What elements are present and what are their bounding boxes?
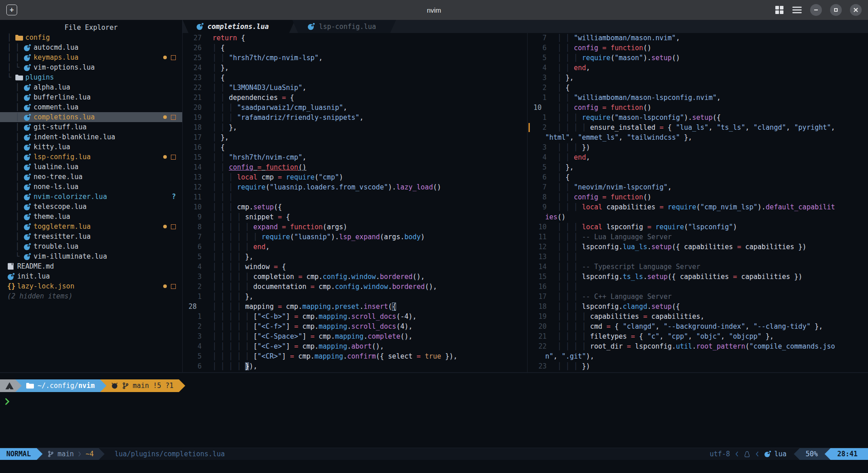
tree-item-readme-md[interactable]: README.md bbox=[0, 261, 182, 271]
tab-lsp-config-lua[interactable]: lsp-config.lua bbox=[292, 20, 396, 33]
tree-item-comment-lua[interactable]: │ comment.lua bbox=[0, 102, 182, 112]
code-line[interactable]: 5│ │ │ │ │ ["<CR>"] = cmp.mapping.confir… bbox=[183, 351, 527, 361]
prompt-cursor-line[interactable] bbox=[5, 397, 868, 407]
code-line[interactable]: "html", "emmet_ls", "tailwindcss" }, bbox=[528, 132, 868, 142]
code-line[interactable]: 1│ │ │ │ }, bbox=[183, 292, 527, 302]
code-line[interactable]: 13│ │ │ local cmp = require("cmp") bbox=[183, 172, 527, 182]
code-line[interactable]: 9│ │ │ local capabilities = require("cmp… bbox=[528, 202, 868, 212]
code-line[interactable]: ies() bbox=[528, 212, 868, 222]
code-line[interactable]: 22│ │ │ │ root_dir = lspconfig.util.root… bbox=[528, 341, 868, 351]
code-line[interactable]: 26│ { bbox=[183, 43, 527, 53]
editor-area[interactable]: 27return {26│ {25│ │ "hrsh7th/cmp-nvim-l… bbox=[183, 33, 868, 372]
code-line[interactable]: 2│ │ │ │ │ documentation = cmp.config.wi… bbox=[183, 282, 527, 292]
tree-item-plugins[interactable]: └ plugins bbox=[0, 72, 182, 82]
terminal-panel[interactable]: ~/.config/nvim main !5 ?1 bbox=[0, 372, 868, 448]
code-line[interactable]: 7│ │ "williamboman/mason.nvim", bbox=[528, 33, 868, 43]
code-line[interactable]: 10│ │ │ cmp.setup({ bbox=[183, 202, 527, 212]
code-line[interactable]: 17│ │ │ -- C++ Language Server bbox=[528, 292, 868, 302]
code-line[interactable]: 19│ │ │ │ capabilities = capabilities, bbox=[528, 312, 868, 322]
code-line[interactable]: 5│ }, bbox=[528, 162, 868, 172]
code-line[interactable]: 6│ { bbox=[528, 172, 868, 182]
code-line[interactable]: 28│ │ │ │ mapping = cmp.mapping.preset.i… bbox=[183, 302, 527, 312]
tree-item-lualine-lua[interactable]: │ lualine.lua bbox=[0, 162, 182, 172]
workspaces-grid-icon[interactable] bbox=[775, 5, 784, 14]
tree-item-indent-blankline-lua[interactable]: │ indent-blankline.lua bbox=[0, 132, 182, 142]
tree-item-theme-lua[interactable]: │ theme.lua bbox=[0, 212, 182, 222]
code-line[interactable]: 8│ │ │ │ │ expand = function(args) bbox=[183, 222, 527, 232]
code-line[interactable]: 1│ │ │ require("mason-lspconfig").setup(… bbox=[528, 113, 868, 123]
code-line[interactable]: 14│ │ │ -- Typescript Language Server bbox=[528, 262, 868, 272]
code-line[interactable]: 20│ │ │ "saadparwaiz1/cmp_luasnip", bbox=[183, 103, 527, 113]
code-line[interactable]: 10│ │ config = function() bbox=[528, 103, 868, 113]
code-line[interactable]: 1│ │ │ │ │ ["<C-b>"] = cmp.mapping.scrol… bbox=[183, 312, 527, 322]
code-line[interactable]: 3│ }, bbox=[528, 73, 868, 83]
tree-item-vim-illuminate-lua[interactable]: └ vim-illuminate.lua bbox=[0, 251, 182, 261]
code-line[interactable]: 11│ │ │ bbox=[183, 192, 527, 202]
code-line[interactable]: 24│ }, bbox=[183, 63, 527, 73]
code-line[interactable]: 25│ │ "hrsh7th/cmp-nvim-lsp", bbox=[183, 53, 527, 63]
tree-item-trouble-lua[interactable]: │ trouble.lua bbox=[0, 241, 182, 251]
tree-item-none-ls-lua[interactable]: │ none-ls.lua bbox=[0, 182, 182, 192]
code-line[interactable]: 16│ { bbox=[183, 142, 527, 152]
tree-item-alpha-lua[interactable]: │ alpha.lua bbox=[0, 82, 182, 92]
code-line[interactable]: 6│ │ │ │ }), bbox=[183, 361, 527, 371]
code-line[interactable]: 2│ { bbox=[528, 83, 868, 93]
tree-item-lazy-lock-json[interactable]: {}lazy-lock.json bbox=[0, 281, 182, 291]
code-line[interactable]: 4│ │ │ │ window = { bbox=[183, 262, 527, 272]
code-line[interactable]: 18│ │ │ lspconfig.clangd.setup({ bbox=[528, 302, 868, 312]
tree-item-vim-options-lua[interactable]: │ └ vim-options.lua bbox=[0, 62, 182, 72]
code-line[interactable]: 3│ │ │ │ │ completion = cmp.config.windo… bbox=[183, 272, 527, 282]
code-line[interactable]: n", ".git"), bbox=[528, 351, 868, 361]
code-line[interactable]: 4│ │ │ │ │ ["<C-e>"] = cmp.mapping.abort… bbox=[183, 341, 527, 351]
tree-item-telescope-lua[interactable]: │ telescope.lua bbox=[0, 202, 182, 212]
tree-item-lsp-config-lua[interactable]: │ lsp-config.lua bbox=[0, 152, 182, 162]
code-line[interactable]: 5│ │ │ │ }, bbox=[183, 252, 527, 262]
code-line[interactable]: 4│ │ end, bbox=[528, 152, 868, 162]
code-line[interactable]: 18│ │ }, bbox=[183, 123, 527, 132]
code-line[interactable]: 27return { bbox=[183, 33, 527, 43]
code-line[interactable]: 23│ { bbox=[183, 73, 527, 83]
code-line[interactable]: 4│ │ end, bbox=[528, 63, 868, 73]
code-line[interactable]: 9│ │ │ │ snippet = { bbox=[183, 212, 527, 222]
code-line[interactable]: 8│ │ config = function() bbox=[528, 192, 868, 202]
tree-item-kitty-lua[interactable]: │ kitty.lua bbox=[0, 142, 182, 152]
code-line[interactable]: 1│ │ "williamboman/mason-lspconfig.nvim"… bbox=[528, 93, 868, 103]
code-line[interactable]: 15│ │ │ lspconfig.ts_ls.setup({ capabili… bbox=[528, 272, 868, 282]
editor-pane-lsp-config[interactable]: 7│ │ "williamboman/mason.nvim",6│ │ conf… bbox=[527, 33, 868, 372]
code-line[interactable]: 16│ │ │ bbox=[528, 282, 868, 292]
tree-item-init-lua[interactable]: init.lua bbox=[0, 271, 182, 281]
code-line[interactable]: 20│ │ │ │ cmd = { "clangd", "--backgroun… bbox=[528, 322, 868, 331]
minimize-button[interactable] bbox=[810, 4, 822, 16]
code-line[interactable]: 2│ │ │ │ │ ["<C-f>"] = cmp.mapping.scrol… bbox=[183, 322, 527, 331]
file-explorer-panel[interactable]: File Explorer │ config│ │ autocmd.lua│ │… bbox=[0, 20, 183, 372]
code-line[interactable]: 14│ │ config = function() bbox=[183, 162, 527, 172]
maximize-button[interactable] bbox=[830, 4, 842, 16]
tree-item-completions-lua[interactable]: │ completions.lua bbox=[0, 112, 182, 122]
code-line[interactable]: 15│ │ "hrsh7th/nvim-cmp", bbox=[183, 152, 527, 162]
tree-item-bufferline-lua[interactable]: │ bufferline.lua bbox=[0, 92, 182, 102]
close-button[interactable] bbox=[850, 4, 862, 16]
code-line[interactable]: 21│ │ dependencies = { bbox=[183, 93, 527, 103]
code-line[interactable]: 5│ │ │ require("mason").setup() bbox=[528, 53, 868, 63]
tree-item-git-stuff-lua[interactable]: │ git-stuff.lua bbox=[0, 122, 182, 132]
code-line[interactable]: 19│ │ │ "rafamadriz/friendly-snippets", bbox=[183, 113, 527, 123]
tree-item-nvim-colorizer-lua[interactable]: │ nvim-colorizer.lua? bbox=[0, 192, 182, 202]
code-line[interactable]: 2│ │ │ │ ensure_installed = { "lua_ls", … bbox=[528, 123, 868, 132]
code-line[interactable]: 3│ │ │ │ │ ["<C-Space>"] = cmp.mapping.c… bbox=[183, 331, 527, 341]
code-line[interactable]: 12│ │ │ lspconfig.lua_ls.setup({ capabil… bbox=[528, 242, 868, 252]
code-line[interactable]: 13│ │ │ bbox=[528, 252, 868, 262]
code-line[interactable]: 23│ │ │ }) bbox=[528, 361, 868, 371]
code-line[interactable]: 7│ │ "neovim/nvim-lspconfig", bbox=[528, 182, 868, 192]
command-line[interactable] bbox=[0, 460, 868, 473]
tree-item-keymaps-lua[interactable]: │ │ keymaps.lua bbox=[0, 52, 182, 62]
code-line[interactable]: 21│ │ │ │ filetypes = { "c", "cpp", "obj… bbox=[528, 331, 868, 341]
editor-pane-completions[interactable]: 27return {26│ {25│ │ "hrsh7th/cmp-nvim-l… bbox=[183, 33, 527, 372]
code-line[interactable]: 17│ }, bbox=[183, 132, 527, 142]
code-line[interactable]: 11│ │ │ -- Lua Language Server bbox=[528, 232, 868, 242]
code-line[interactable]: 6│ │ │ │ │ end, bbox=[183, 242, 527, 252]
tree-item-toggleterm-lua[interactable]: │ toggleterm.lua bbox=[0, 222, 182, 232]
code-line[interactable]: 12│ │ │ require("luasnip.loaders.from_vs… bbox=[183, 182, 527, 192]
tree-item-neo-tree-lua[interactable]: │ neo-tree.lua bbox=[0, 172, 182, 182]
code-line[interactable]: 22│ │ "L3MON4D3/LuaSnip", bbox=[183, 83, 527, 93]
tab-completions-lua[interactable]: completions.lua bbox=[183, 20, 295, 33]
